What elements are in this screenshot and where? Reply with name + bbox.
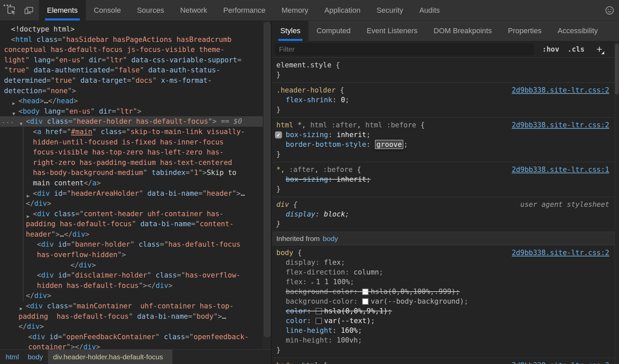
property-name[interactable]: color (286, 307, 307, 315)
property-value[interactable]: column (353, 268, 379, 276)
color-swatch[interactable] (316, 318, 322, 324)
css-property[interactable]: color: var(--text); (272, 316, 615, 326)
property-value[interactable]: hsla(0,0%,9%,1) (324, 307, 388, 315)
dom-tree-line[interactable]: conceptual has-default-focus js-focus-vi… (0, 45, 263, 55)
dom-tree-line[interactable]: right-zero has-padding-medium has-text-c… (0, 158, 263, 168)
property-value[interactable]: 0 (341, 96, 345, 104)
dom-tree-line[interactable]: ▶<div id="headerAreaHolder" data-bi-name… (0, 188, 263, 199)
dom-tree-line[interactable]: ▶<div class="content-header uhf-containe… (0, 209, 263, 219)
dom-tree-line[interactable]: light" lang="en-us" dir="ltr" data-css-v… (0, 55, 263, 65)
sidebar-tab-properties[interactable]: Properties (500, 21, 550, 41)
dom-scrollbar-track[interactable] (263, 21, 271, 349)
css-property[interactable]: background-color: var(--body-background)… (272, 297, 615, 306)
dom-tree-line[interactable]: has-overflow-hidden"> (0, 250, 263, 260)
property-name[interactable]: line-height (286, 326, 332, 335)
stylesheet-link[interactable]: 2d9bb338.site-ltr.css:2 (512, 361, 609, 364)
css-property[interactable]: display: flex; (272, 258, 615, 267)
styles-scrollbar-track[interactable] (615, 41, 619, 364)
dom-tree-line[interactable]: main content</a> (0, 178, 263, 188)
breadcrumb-item-html[interactable]: html (0, 350, 23, 364)
dom-tree-line[interactable]: <div id="banner-holder" class="has-defau… (0, 239, 263, 250)
tab-memory[interactable]: Memory (274, 0, 316, 20)
property-checkbox[interactable]: ✓ (275, 131, 282, 138)
tab-audits[interactable]: Audits (411, 0, 448, 20)
property-name[interactable]: display (286, 258, 316, 266)
stylesheet-link[interactable]: 2d9bb338.site-ltr.css:2 (512, 120, 609, 130)
dom-tree-line[interactable]: <div id="openFeedbackContainer" class="o… (0, 332, 263, 342)
dom-tree-line[interactable]: </div> (0, 260, 263, 270)
dom-tree-line[interactable]: hidden-until-focused is-fixed has-inner-… (0, 137, 263, 147)
dom-tree-line[interactable]: header">…</div> (0, 229, 263, 240)
dom-tree-line[interactable]: ▶<head>…</head> (0, 96, 263, 106)
dom-tree-line[interactable]: "true" data-authenticated="false" data-a… (0, 65, 263, 75)
dom-tree-line[interactable]: determined="true" data-target="docs" x-m… (0, 75, 263, 86)
css-property[interactable]: ✓box-sizing: inherit; (272, 130, 615, 140)
dom-tree-line[interactable]: focus-visible has-top-zero has-left-zero… (0, 147, 263, 158)
overflow-menu-icon[interactable] (1, 0, 13, 11)
dom-tree-line[interactable]: ▶<div class="mainContainer uhf-container… (0, 301, 263, 311)
stylesheet-link[interactable]: 2d9bb338.site-ltr.css:2 (512, 85, 609, 95)
property-name[interactable]: color (286, 317, 307, 325)
property-name[interactable]: min-height (286, 336, 328, 344)
tab-performance[interactable]: Performance (215, 0, 274, 20)
property-value[interactable]: inherit (337, 175, 367, 183)
dom-tree-line[interactable]: <a href="#main" class="skip-to-main-link… (0, 127, 263, 137)
inherited-node-link[interactable]: body (323, 234, 338, 243)
dom-tree-line[interactable]: </div> (0, 291, 263, 301)
css-property[interactable]: min-height: 100vh; (272, 336, 615, 345)
property-value[interactable]: 1 1 100% (316, 278, 350, 286)
property-value[interactable]: hsla(0,0%,100%,.999) (371, 288, 456, 296)
property-name[interactable]: box-sizing (286, 175, 328, 183)
toggle-hover-state-button[interactable]: :hov (542, 45, 559, 53)
dom-scrollbar-thumb[interactable] (264, 22, 270, 337)
css-property[interactable]: box-sizing: inherit; (272, 175, 615, 184)
property-name[interactable]: flex (286, 278, 303, 286)
css-selector[interactable]: element.style { (272, 60, 615, 70)
css-property[interactable]: border-bottom-style: groove; (272, 140, 615, 149)
property-value[interactable]: block (324, 210, 345, 218)
property-name[interactable]: flex-shrink (286, 96, 332, 104)
styles-scrollbar-thumb[interactable] (615, 44, 619, 95)
property-value[interactable]: flex (324, 258, 341, 266)
sidebar-tab-dom-breakpoints[interactable]: DOM Breakpoints (426, 21, 500, 41)
tab-elements[interactable]: Elements (39, 0, 86, 20)
tab-application[interactable]: Application (316, 0, 369, 20)
device-toolbar-icon[interactable] (23, 4, 35, 16)
tab-console[interactable]: Console (86, 0, 129, 20)
css-property[interactable]: flex: ▸1 1 100%; (272, 277, 615, 287)
dom-tree-line[interactable]: </div> (0, 321, 263, 332)
dom-tree-line[interactable]: <!doctype html> (0, 24, 263, 35)
smiley-icon[interactable] (604, 4, 616, 16)
css-property[interactable]: flex-shrink: 0; (272, 95, 615, 105)
shorthand-expand-icon[interactable]: ▸ (311, 280, 314, 285)
color-swatch[interactable] (362, 289, 369, 295)
property-value[interactable]: var(--body-background) (371, 297, 464, 305)
property-value[interactable]: groove (377, 140, 402, 148)
css-property[interactable]: color: hsla(0,0%,9%,1); (272, 306, 615, 316)
property-name[interactable]: background-color (286, 297, 353, 305)
dom-tree-line[interactable]: detection="none"> (0, 86, 263, 96)
dom-tree-line-selected[interactable]: ...▼<div class="header-holder has-defaul… (0, 116, 263, 127)
sidebar-tab-styles[interactable]: Styles (272, 21, 308, 41)
dom-tree-line[interactable]: <html class="hasSidebar hasPageActions h… (0, 35, 263, 45)
property-value[interactable]: var(--text) (324, 317, 371, 325)
breadcrumb-item-selected[interactable]: div.header-holder.has-default-focus (48, 350, 172, 364)
dom-tree-line[interactable]: <div id="disclaimer-holder" class="has-o… (0, 270, 263, 281)
property-value[interactable]: inherit (337, 131, 367, 139)
color-swatch[interactable] (316, 308, 322, 314)
overflow-dots[interactable]: ... (1, 116, 14, 126)
stylesheet-link[interactable]: 2d9bb338.site-ltr.css:2 (512, 248, 609, 258)
css-property[interactable]: background-color: hsla(0,0%,100%,.999); (272, 287, 615, 297)
tab-network[interactable]: Network (172, 0, 215, 20)
property-name[interactable]: display (286, 210, 316, 218)
css-property[interactable]: line-height: 160%; (272, 326, 615, 336)
toggle-class-button[interactable]: .cls (568, 45, 585, 53)
property-name[interactable]: background-color (286, 288, 353, 296)
property-name[interactable]: border-bottom-style (286, 140, 366, 148)
dom-tree-line[interactable]: padding has-default-focus" data-bi-name=… (0, 219, 263, 229)
styles-filter-input[interactable] (275, 43, 534, 55)
property-name[interactable]: box-sizing (286, 131, 328, 139)
property-value[interactable]: 100vh (337, 336, 358, 344)
css-property[interactable]: display: block; (272, 209, 615, 219)
sidebar-tab-event-listeners[interactable]: Event Listeners (358, 21, 426, 41)
